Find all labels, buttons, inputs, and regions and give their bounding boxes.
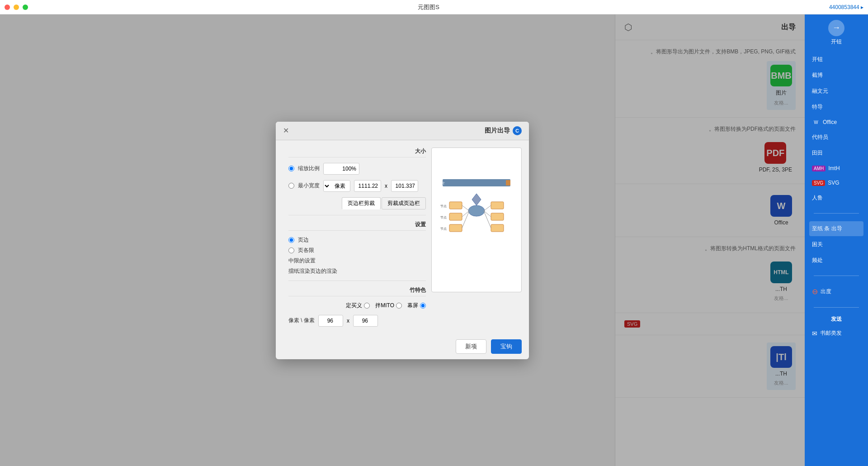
svg-line-13	[484, 205, 491, 211]
svg-label: SVG	[828, 180, 839, 186]
height-input[interactable]	[391, 180, 418, 192]
office-badge: W	[812, 119, 820, 125]
sidebar-item-guan[interactable]: 困关	[809, 237, 863, 252]
page-size-radio[interactable]	[288, 247, 294, 253]
zoom-radio[interactable]	[288, 166, 294, 171]
svg-rect-0	[443, 179, 510, 186]
size-px-row: x 像素 \ 像素	[288, 315, 426, 327]
modal-settings: 大小 缩放比例 x 像素	[283, 147, 431, 327]
sidebar-back-button[interactable]: → 开钮	[818, 19, 854, 46]
sidebar-item-jibo[interactable]: 截博	[809, 68, 863, 83]
divider2	[288, 281, 426, 281]
size-px-label: 像素 \ 像素	[288, 317, 315, 324]
size-w-input[interactable]	[318, 315, 343, 327]
center-area: 出导 ⬡ 将图形导出为图片文件，支持BMB，JPEG, PNG, GIF格式。 …	[0, 14, 805, 466]
svg-marker-16	[472, 194, 481, 205]
bg-screen-radio[interactable]	[420, 303, 426, 309]
imth-label: ImtH	[828, 165, 840, 171]
tedao-label: 特导	[812, 103, 823, 111]
all-pages-row: 擂纸渲染页边的渲染	[288, 267, 426, 275]
size-h-input[interactable]	[353, 315, 378, 327]
svg-rect-1	[506, 180, 510, 185]
modal-body: 图片	[276, 140, 529, 334]
bg-screen-item[interactable]: 幕屏	[407, 302, 426, 309]
window-controls[interactable]	[5, 5, 28, 10]
sidebar-section-2: 至纸 条 出导 困关 频处	[805, 218, 868, 271]
user-id: 4400853844 ▸	[829, 4, 863, 10]
svg-rect-4	[449, 202, 462, 209]
svg-text:节点: 节点	[440, 216, 447, 219]
jibo-label: 截博	[812, 71, 823, 79]
svg-rect-6	[449, 224, 462, 232]
modal-icon: C	[513, 126, 522, 135]
unit-select[interactable]: 像素 毫米	[323, 180, 350, 192]
sidebar-section-3: 出度 ⊖	[805, 280, 868, 303]
sidebar-item-email[interactable]: 书邮类发 ✉	[809, 326, 863, 341]
cancel-button[interactable]: 新项	[456, 339, 486, 354]
minimize-button[interactable]	[23, 5, 28, 10]
bg-screen-label: 幕屏	[407, 302, 418, 309]
sidebar-item-renlu[interactable]: 人鲁	[809, 190, 863, 205]
email-icon: ✉	[812, 330, 817, 337]
modal-title: C 图片出导	[485, 126, 522, 135]
sidebar-divider-1	[814, 213, 859, 214]
bg-light-radio[interactable]	[396, 303, 402, 309]
svg-text:节点: 节点	[440, 227, 447, 231]
sidebar-item-imth[interactable]: ImtH AMH	[809, 162, 863, 175]
confirm-button[interactable]: 宝钩	[491, 339, 522, 354]
bg-custom-radio[interactable]	[364, 303, 370, 309]
sidebar-item-tedao[interactable]: 特导	[809, 100, 863, 114]
modal-title-text: 图片出导	[485, 127, 510, 135]
office-label: Office	[823, 119, 837, 125]
send-title: 发送	[831, 315, 842, 323]
svg-rect-7	[491, 202, 504, 209]
maximize-button[interactable]	[14, 5, 19, 10]
modal-footer: 宝钩 新项	[276, 334, 529, 359]
export-active-label: 至纸 条 出导	[812, 225, 842, 233]
renlu-label: 人鲁	[812, 194, 823, 202]
close-button[interactable]	[5, 5, 10, 10]
svg-line-12	[462, 211, 469, 228]
sidebar-section-1: 开钮 截博 融文元 特导 Office W 代特员 田田 ImtH	[805, 48, 868, 209]
sidebar-item-kainiu[interactable]: 开钮	[809, 52, 863, 67]
zoom-input[interactable]	[323, 163, 359, 175]
email-label: 书邮类发	[820, 329, 842, 337]
chushu-dot-icon: ⊖	[812, 287, 818, 296]
bg-light-item[interactable]: 拌MITO	[375, 302, 402, 309]
all-pages-label: 擂纸渲染页边的渲染	[288, 267, 337, 275]
page-border-radio[interactable]	[288, 237, 294, 243]
sidebar-divider-3	[814, 307, 859, 308]
sidebar-item-pinshu[interactable]: 频处	[809, 253, 863, 268]
size-radio[interactable]	[288, 183, 294, 189]
bg-radio-group: 幕屏 拌MITO 定买义	[288, 302, 426, 309]
svg-point-3	[468, 205, 485, 216]
sidebar-item-daiyuanyuan[interactable]: 代特员	[809, 130, 863, 145]
sidebar-item-tiantian[interactable]: 田田	[809, 146, 863, 161]
sidebar-item-yuanwen[interactable]: 融文元	[809, 84, 863, 99]
sidebar-item-export-active[interactable]: 至纸 条 出导	[809, 221, 863, 236]
pinshu-label: 频处	[812, 257, 823, 264]
chushu-label: 出度	[821, 288, 831, 295]
bg-custom-item[interactable]: 定买义	[346, 302, 370, 309]
bg-section-title: 竹特色	[288, 286, 426, 296]
resize-label: 中限的设置	[288, 257, 316, 265]
sidebar-item-office[interactable]: Office W	[809, 115, 863, 129]
yuanwen-label: 融文元	[812, 87, 828, 95]
tab-crop-button[interactable]: 剪裁成页边栏	[382, 197, 426, 209]
tab-page-button[interactable]: 页边栏剪裁	[342, 197, 381, 209]
svg-rect-9	[491, 224, 504, 232]
modal-overlay: C 图片出导 ✕	[0, 14, 805, 466]
modal-preview: 图片	[431, 147, 522, 292]
back-icon: →	[828, 20, 844, 36]
page-section-title: 设置	[288, 221, 426, 231]
sidebar-item-svg[interactable]: SVG SVG	[809, 176, 863, 190]
bg-light-label: 拌MITO	[375, 302, 394, 309]
width-input[interactable]	[354, 180, 381, 192]
sidebar-item-chushu[interactable]: 出度 ⊖	[809, 284, 863, 300]
imth-badge: AMH	[812, 166, 826, 171]
divider1	[288, 215, 426, 215]
size-row: x 像素 毫米 最小宽度	[288, 180, 426, 192]
size-label: 最小宽度	[298, 182, 320, 190]
modal-close-button[interactable]: ✕	[283, 126, 289, 135]
svg-line-15	[484, 211, 491, 228]
